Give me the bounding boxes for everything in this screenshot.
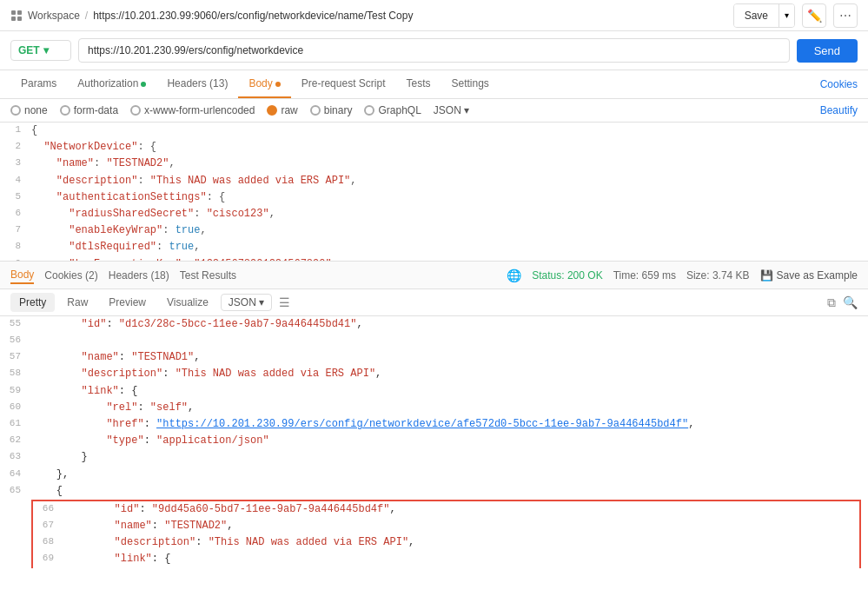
workspace-label: Workspace [28, 10, 80, 22]
save-button[interactable]: Save [734, 3, 779, 28]
save-button-group: Save ▾ [733, 3, 795, 28]
resp-line-62: 62 "type": "application/json" [0, 433, 868, 449]
tab-headers[interactable]: Headers (13) [156, 70, 238, 98]
json-format-select[interactable]: JSON ▾ [434, 104, 469, 116]
code-line-3: 3 "name": "TESTNAD2", [0, 156, 868, 172]
cookies-link[interactable]: Cookies [820, 78, 858, 90]
resp-line-68: 68 "description": "This NAD was added vi… [33, 534, 859, 551]
resp-line-56: 56 [0, 333, 868, 349]
svg-rect-2 [11, 17, 16, 21]
resp-fmt-visualize[interactable]: Visualize [158, 293, 217, 312]
svg-rect-0 [11, 10, 16, 15]
tab-body[interactable]: Body [238, 70, 290, 98]
resp-json-arrow: ▾ [259, 296, 264, 308]
save-as-example[interactable]: 💾 Save as Example [760, 269, 858, 282]
top-bar: Workspace / https://10.201.230.99:9060/e… [0, 0, 868, 31]
code-line-7: 7 "enableKeyWrap": true, [0, 222, 868, 239]
status-ok: Status: 200 OK [532, 269, 602, 282]
body-types-left: none form-data x-www-form-urlencoded raw… [10, 104, 469, 116]
resp-line-60: 60 "rel": "self", [0, 400, 868, 416]
workspace-icon [10, 10, 23, 22]
resp-tab-test-results[interactable]: Test Results [180, 268, 236, 283]
method-select[interactable]: GET ▾ [10, 40, 71, 61]
code-line-5: 5 "authenticationSettings": { [0, 189, 868, 206]
url-input[interactable] [78, 38, 790, 63]
radio-none[interactable]: none [10, 104, 48, 116]
save-example-icon: 💾 [760, 269, 773, 282]
breadcrumb-separator: / [85, 10, 88, 22]
resp-format-tabs: Pretty Raw Preview Visualize JSON ▾ ☰ [10, 293, 290, 312]
resp-json-select[interactable]: JSON ▾ [221, 294, 272, 311]
resp-line-65: 65 { [0, 483, 868, 500]
response-tabs: Body Cookies (2) Headers (18) Test Resul… [10, 267, 236, 284]
tabs-left: Params Authorization Headers (13) Body P… [10, 70, 500, 98]
resp-fmt-raw[interactable]: Raw [58, 293, 96, 312]
radio-formdata[interactable]: form-data [60, 104, 118, 116]
radio-dot-none [10, 105, 21, 116]
resp-line-64: 64 }, [0, 467, 868, 483]
json-arrow: ▾ [464, 104, 469, 116]
more-options-btn[interactable]: ⋯ [833, 3, 858, 28]
resp-tab-headers[interactable]: Headers (18) [109, 268, 169, 283]
resp-line-66: 66 "id": "9dd45a60-5bd7-11ee-9ab7-9a4464… [33, 501, 859, 518]
response-bar: Body Cookies (2) Headers (18) Test Resul… [0, 262, 868, 289]
tab-params[interactable]: Params [10, 70, 67, 98]
radio-dot-raw [267, 105, 277, 116]
resp-line-59: 59 "link": { [0, 383, 868, 400]
request-title: https://10.201.230.99:9060/ers/config/ne… [93, 10, 413, 22]
resp-line-63: 63 } [0, 449, 868, 466]
radio-binary[interactable]: binary [310, 104, 353, 116]
response-body[interactable]: 55 "id": "d1c3/28c-5bcc-11ee-9ab7-9a4464… [0, 316, 868, 568]
resp-fmt-preview[interactable]: Preview [100, 293, 155, 312]
tab-authorization[interactable]: Authorization [67, 70, 156, 98]
radio-urlencoded[interactable]: x-www-form-urlencoded [130, 104, 255, 116]
response-status-info: 🌐 Status: 200 OK Time: 659 ms Size: 3.74… [507, 268, 858, 282]
save-dropdown-arrow[interactable]: ▾ [779, 3, 794, 28]
highlighted-block: 66 "id": "9dd45a60-5bd7-11ee-9ab7-9a4464… [31, 500, 861, 568]
code-line-1: 1 { [0, 123, 868, 139]
filter-icon[interactable]: ☰ [279, 295, 290, 309]
globe-icon: 🌐 [507, 268, 521, 282]
radio-dot-formdata [60, 105, 70, 116]
href-link-61[interactable]: "https://10.201.230.99/ers/config/networ… [156, 418, 688, 430]
beautify-button[interactable]: Beautify [820, 104, 858, 116]
send-button[interactable]: Send [797, 39, 858, 63]
resp-action-icons: ⧉ 🔍 [827, 295, 858, 310]
svg-rect-3 [17, 17, 22, 21]
code-line-4: 4 "description": "This NAD was added via… [0, 173, 868, 189]
top-bar-right: Save ▾ ✏️ ⋯ [733, 3, 858, 28]
code-line-2: 2 "NetworkDevice": { [0, 139, 868, 156]
resp-line-69: 69 "link": { [33, 551, 859, 567]
radio-dot-binary [310, 105, 321, 116]
tab-prerequest[interactable]: Pre-request Script [291, 70, 396, 98]
request-body-editor[interactable]: 1 { 2 "NetworkDevice": { 3 "name": "TEST… [0, 123, 868, 262]
auth-dot [141, 82, 146, 87]
url-bar: GET ▾ Send [0, 31, 868, 70]
resp-line-57: 57 "name": "TESTNAD1", [0, 349, 868, 366]
resp-fmt-pretty[interactable]: Pretty [10, 293, 55, 312]
code-line-6: 6 "radiusSharedSecret": "cisco123", [0, 206, 868, 222]
response-size: Size: 3.74 KB [686, 269, 750, 282]
radio-dot-urlencoded [130, 105, 141, 116]
radio-raw[interactable]: raw [267, 104, 297, 116]
resp-line-55: 55 "id": "d1c3/28c-5bcc-11ee-9ab7-9a4464… [0, 316, 868, 333]
top-bar-left: Workspace / https://10.201.230.99:9060/e… [10, 10, 413, 22]
tab-tests[interactable]: Tests [395, 70, 441, 98]
body-type-row: none form-data x-www-form-urlencoded raw… [0, 99, 868, 123]
request-tabs-row: Params Authorization Headers (13) Body P… [0, 70, 868, 99]
resp-line-61: 61 "href": "https://10.201.230.99/ers/co… [0, 416, 868, 433]
copy-icon[interactable]: ⧉ [827, 295, 836, 310]
response-format-row: Pretty Raw Preview Visualize JSON ▾ ☰ ⧉ … [0, 289, 868, 316]
code-line-8: 8 "dtlsRequired": true, [0, 239, 868, 255]
edit-icon-btn[interactable]: ✏️ [802, 3, 826, 28]
tab-settings[interactable]: Settings [441, 70, 500, 98]
resp-tab-body[interactable]: Body [10, 267, 34, 284]
body-dot [275, 82, 281, 87]
radio-graphql[interactable]: GraphQL [364, 104, 421, 116]
svg-rect-1 [17, 10, 22, 15]
resp-line-67: 67 "name": "TESTNAD2", [33, 518, 859, 534]
search-icon[interactable]: 🔍 [843, 295, 858, 309]
radio-dot-graphql [364, 105, 374, 116]
resp-tab-cookies[interactable]: Cookies (2) [44, 268, 97, 283]
resp-line-58: 58 "description": "This NAD was added vi… [0, 366, 868, 382]
